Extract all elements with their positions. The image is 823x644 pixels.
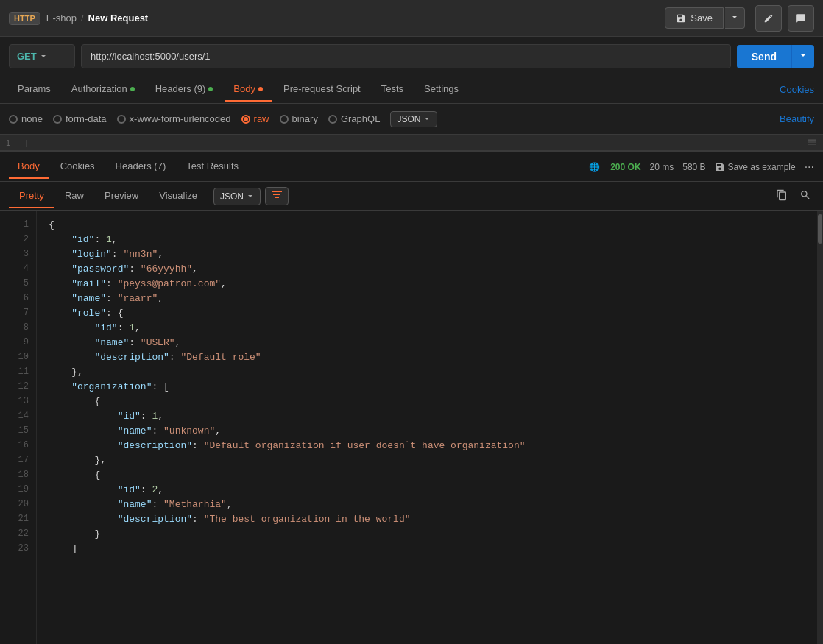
tab-settings-label: Settings xyxy=(424,83,459,94)
option-raw-label: raw xyxy=(254,113,269,124)
resp-tab-test-results[interactable]: Test Results xyxy=(177,155,247,179)
editor-hint-text: 1 xyxy=(6,138,10,147)
resp-tab-headers-label: Headers (7) xyxy=(116,160,166,171)
option-none-label: none xyxy=(21,113,43,124)
breadcrumb-shop[interactable]: E-shop xyxy=(46,13,77,24)
comment-button[interactable] xyxy=(788,5,814,32)
code-line-14: "id": 1, xyxy=(49,408,811,423)
code-line-20: "name": "Metharhia", xyxy=(49,497,811,512)
status-code: 200 OK xyxy=(610,162,640,172)
view-tab-pretty[interactable]: Pretty xyxy=(9,184,54,208)
method-select[interactable]: GET xyxy=(9,44,75,68)
edit-button[interactable] xyxy=(755,5,782,32)
format-dropdown[interactable]: JSON xyxy=(213,188,261,205)
code-line-13: { xyxy=(49,394,811,408)
view-tab-visualize[interactable]: Visualize xyxy=(149,184,208,208)
scrollbar[interactable] xyxy=(817,211,823,644)
resp-tab-body-label: Body xyxy=(18,160,40,171)
option-graphql[interactable]: GraphQL xyxy=(328,113,380,124)
radio-raw xyxy=(241,115,250,124)
option-form-data[interactable]: form-data xyxy=(53,113,107,124)
save-example-button[interactable]: Save as example xyxy=(715,162,796,172)
option-urlencoded[interactable]: x-www-form-urlencoded xyxy=(117,113,231,124)
request-section: GET Send Params Authorization Headers (9… xyxy=(0,37,823,152)
globe-icon: 🌐 xyxy=(589,162,600,172)
send-button[interactable]: Send xyxy=(737,45,791,68)
filter-button[interactable] xyxy=(265,187,289,205)
radio-binary xyxy=(280,115,289,124)
tab-headers-label: Headers (9) xyxy=(155,83,206,94)
search-icon xyxy=(799,189,811,201)
comment-icon xyxy=(796,13,806,24)
code-line-10: "description": "Default role" xyxy=(49,350,811,364)
tab-tests-label: Tests xyxy=(381,83,403,94)
copy-icon xyxy=(776,189,788,201)
tab-body-label: Body xyxy=(233,83,255,94)
tab-params[interactable]: Params xyxy=(9,77,60,102)
code-line-21: "description": "The best organization in… xyxy=(49,512,811,526)
request-tabs: Params Authorization Headers (9) Body Pr… xyxy=(0,76,823,104)
headers-dot xyxy=(208,87,213,91)
option-none[interactable]: none xyxy=(9,113,43,124)
code-wrapper: 1234567891011121314151617181920212223 { … xyxy=(0,211,823,644)
code-line-18: { xyxy=(49,467,811,482)
search-button[interactable] xyxy=(796,186,814,207)
view-tab-preview-label: Preview xyxy=(105,190,138,201)
copy-button[interactable] xyxy=(773,186,791,207)
url-bar: GET Send xyxy=(0,37,823,76)
save-dropdown-button[interactable] xyxy=(725,7,745,29)
option-form-data-label: form-data xyxy=(66,113,107,124)
url-input[interactable] xyxy=(81,44,731,68)
code-area[interactable]: 1234567891011121314151617181920212223 { … xyxy=(0,211,823,644)
beautify-button[interactable]: Beautify xyxy=(780,113,814,124)
option-raw[interactable]: raw xyxy=(241,113,269,124)
send-chevron-icon xyxy=(799,52,807,60)
save-button[interactable]: Save xyxy=(665,7,724,29)
breadcrumb-sep: / xyxy=(81,13,84,24)
json-dropdown-label: JSON xyxy=(397,114,420,124)
response-status-area: 🌐 200 OK 20 ms 580 B Save as example ··· xyxy=(589,160,814,174)
resp-tab-body[interactable]: Body xyxy=(9,155,49,179)
code-line-12: "organization": [ xyxy=(49,379,811,394)
tab-headers[interactable]: Headers (9) xyxy=(146,77,222,102)
code-line-9: "name": "USER", xyxy=(49,335,811,350)
scrollbar-thumb xyxy=(818,214,822,244)
tab-prerequest[interactable]: Pre-request Script xyxy=(275,77,370,102)
breadcrumb-current: New Request xyxy=(88,13,149,24)
editor-cursor: | xyxy=(25,138,27,147)
radio-urlencoded xyxy=(117,115,126,124)
http-badge: HTTP xyxy=(9,12,40,25)
breadcrumb: E-shop / New Request xyxy=(46,13,148,24)
tab-tests[interactable]: Tests xyxy=(372,77,412,102)
code-line-4: "password": "66yyyhh", xyxy=(49,261,811,276)
tab-body[interactable]: Body xyxy=(225,77,272,102)
view-tab-raw[interactable]: Raw xyxy=(54,184,94,208)
tab-authorization[interactable]: Authorization xyxy=(63,77,144,102)
option-binary[interactable]: binary xyxy=(280,113,318,124)
authorization-dot xyxy=(130,87,135,91)
cookies-link[interactable]: Cookies xyxy=(780,84,814,95)
resp-tab-test-results-label: Test Results xyxy=(186,160,239,171)
code-content: { "id": 1, "login": "nn3n", "password": … xyxy=(37,211,823,644)
code-line-6: "name": "raarr", xyxy=(49,291,811,305)
resp-tab-cookies[interactable]: Cookies xyxy=(52,155,104,179)
resp-tab-headers[interactable]: Headers (7) xyxy=(107,155,175,179)
format-chevron-icon xyxy=(247,193,254,200)
filter-icon xyxy=(272,191,282,199)
code-line-1: { xyxy=(49,217,811,232)
top-bar: HTTP E-shop / New Request Save xyxy=(0,0,823,37)
view-tab-preview[interactable]: Preview xyxy=(94,184,149,208)
tab-settings[interactable]: Settings xyxy=(415,77,467,102)
json-chevron-icon xyxy=(423,116,431,123)
resp-tab-cookies-label: Cookies xyxy=(60,160,95,171)
send-dropdown-button[interactable] xyxy=(791,45,814,68)
save-label: Save xyxy=(690,13,713,24)
line-numbers: 1234567891011121314151617181920212223 xyxy=(0,211,37,644)
chevron-down-icon xyxy=(731,14,738,21)
json-dropdown[interactable]: JSON xyxy=(390,111,437,127)
code-line-22: } xyxy=(49,526,811,541)
more-options-button[interactable]: ··· xyxy=(805,160,814,174)
method-chevron-icon xyxy=(40,53,47,60)
save-icon xyxy=(676,13,686,24)
code-line-2: "id": 1, xyxy=(49,232,811,247)
